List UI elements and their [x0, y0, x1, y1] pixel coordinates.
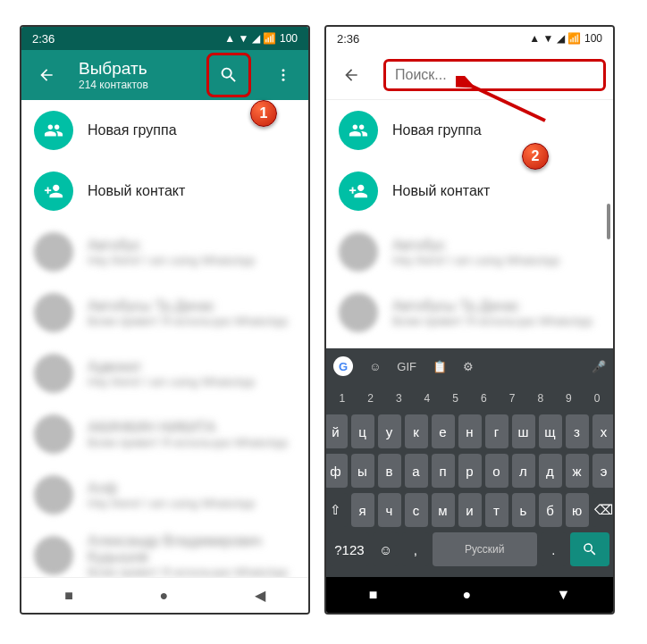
group-icon: [339, 111, 378, 150]
key-8[interactable]: 8: [528, 388, 553, 409]
search-input[interactable]: [383, 59, 606, 91]
key-п[interactable]: п: [432, 454, 455, 488]
key-1[interactable]: 1: [330, 388, 355, 409]
key-щ[interactable]: щ: [539, 414, 562, 448]
period-key[interactable]: .: [541, 532, 567, 566]
symbols-key[interactable]: ?123: [330, 532, 369, 566]
gif-button[interactable]: GIF: [397, 360, 416, 373]
back-button[interactable]: [29, 57, 64, 93]
key-м[interactable]: м: [432, 493, 455, 527]
contact-row[interactable]: Александр Владимирович КудышовВсем приве…: [21, 525, 308, 577]
key-и[interactable]: и: [458, 493, 482, 527]
key-ф[interactable]: ф: [324, 454, 348, 488]
svg-point-1: [282, 74, 285, 77]
key-й[interactable]: й: [324, 414, 348, 448]
menu-button[interactable]: [265, 57, 301, 93]
key-б[interactable]: б: [539, 493, 562, 527]
key-ы[interactable]: ы: [351, 454, 374, 488]
nav-keyboard-hide-icon[interactable]: ▼: [557, 587, 571, 603]
key-в[interactable]: в: [378, 454, 401, 488]
clipboard-icon[interactable]: 📋: [433, 360, 447, 373]
key-ц[interactable]: ц: [351, 414, 374, 448]
add-contact-icon: [34, 171, 73, 211]
comma-key[interactable]: ,: [402, 532, 428, 566]
key-д[interactable]: д: [539, 454, 562, 488]
mic-icon[interactable]: 🎤: [592, 360, 606, 373]
key-ж[interactable]: ж: [566, 454, 589, 488]
key-ю[interactable]: ю: [566, 493, 589, 527]
status-time: 2:36: [32, 32, 55, 46]
new-contact-row[interactable]: Новый контакт: [326, 161, 613, 222]
contact-list[interactable]: Новая группа Новый контакт АвтобусHey th…: [21, 100, 308, 577]
key-9[interactable]: 9: [557, 388, 582, 409]
key-0[interactable]: 0: [584, 388, 609, 409]
key-3[interactable]: 3: [386, 388, 411, 409]
key-с[interactable]: с: [405, 493, 428, 527]
key-7[interactable]: 7: [500, 388, 525, 409]
row-label: Новый контакт: [392, 183, 601, 199]
keyboard: G ☺ GIF 📋 ⚙ 🎤 1234567890 йцукенгшщзх фыв…: [326, 348, 613, 577]
contact-row[interactable]: АдвокатHey there! I am using WhatsApp: [21, 343, 308, 404]
new-contact-row[interactable]: Новый контакт: [21, 161, 308, 222]
back-button[interactable]: [333, 57, 369, 93]
key-2[interactable]: 2: [358, 388, 383, 409]
shift-key[interactable]: ⇧: [324, 493, 348, 527]
keyboard-row-3: ⇧ ячсмитьбю ⌫: [330, 493, 609, 527]
keyboard-num-row: 1234567890: [330, 388, 609, 409]
key-к[interactable]: к: [405, 414, 428, 448]
keyboard-row-4: ?123 ☺ , Русский .: [330, 532, 609, 566]
status-time: 2:36: [337, 32, 359, 46]
sticker-icon[interactable]: ☺: [369, 360, 381, 373]
space-key[interactable]: Русский: [433, 532, 537, 566]
nav-home-icon[interactable]: ●: [159, 588, 168, 604]
google-icon[interactable]: G: [333, 356, 353, 376]
keyboard-row-2: фывапролджэ: [330, 454, 609, 488]
contact-row[interactable]: АКИНКИН НИКИТАВсем привет! Я использую W…: [21, 404, 308, 464]
new-group-row[interactable]: Новая группа: [326, 100, 613, 161]
key-з[interactable]: з: [566, 414, 589, 448]
key-4[interactable]: 4: [415, 388, 440, 409]
key-ч[interactable]: ч: [378, 493, 401, 527]
settings-icon[interactable]: ⚙: [463, 360, 474, 373]
key-о[interactable]: о: [485, 454, 508, 488]
key-ш[interactable]: ш: [512, 414, 535, 448]
key-а[interactable]: а: [405, 454, 428, 488]
nav-recent-icon[interactable]: ■: [369, 587, 378, 603]
scroll-indicator: [607, 204, 610, 239]
avatar: [34, 414, 73, 454]
key-я[interactable]: я: [351, 493, 374, 527]
backspace-key[interactable]: ⌫: [592, 493, 616, 527]
nav-home-icon[interactable]: ●: [463, 587, 472, 603]
emoji-key[interactable]: ☺: [373, 532, 399, 566]
key-л[interactable]: л: [512, 454, 535, 488]
page-title: Выбрать: [79, 59, 192, 79]
contact-row[interactable]: Автобусы Тр.ДачасВсем привет! Я использу…: [326, 282, 613, 343]
key-г[interactable]: г: [485, 414, 508, 448]
contact-row[interactable]: АдвокатHey there! I am using WhatsApp: [326, 343, 613, 348]
key-р[interactable]: р: [458, 454, 482, 488]
key-5[interactable]: 5: [443, 388, 468, 409]
contact-row[interactable]: Автобусы Тр.ДачасВсем привет! Я использу…: [21, 282, 308, 343]
key-н[interactable]: н: [458, 414, 482, 448]
key-х[interactable]: х: [592, 414, 616, 448]
contact-row[interactable]: АвтобусHey there! I am using WhatsApp: [21, 222, 308, 282]
nav-recent-icon[interactable]: ■: [64, 588, 73, 604]
key-ь[interactable]: ь: [512, 493, 535, 527]
status-bar: 2:36 ▲ ▼ ◢ 📶 100: [326, 27, 613, 50]
key-э[interactable]: э: [592, 454, 616, 488]
avatar: [34, 475, 73, 514]
contact-list[interactable]: Новая группа Новый контакт АвтобусHey th…: [326, 100, 613, 348]
contact-row[interactable]: АвтобусHey there! I am using WhatsApp: [326, 222, 613, 282]
avatar: [339, 293, 378, 332]
key-т[interactable]: т: [485, 493, 508, 527]
key-у[interactable]: у: [378, 414, 401, 448]
search-key[interactable]: [570, 532, 609, 566]
keyboard-toolbar: G ☺ GIF 📋 ⚙ 🎤: [326, 348, 613, 384]
nav-back-icon[interactable]: ◀: [255, 587, 265, 604]
key-е[interactable]: е: [432, 414, 455, 448]
row-label: Новая группа: [392, 122, 601, 138]
key-6[interactable]: 6: [472, 388, 497, 409]
add-contact-icon: [339, 171, 378, 211]
search-button[interactable]: [211, 57, 247, 93]
contact-row[interactable]: АлфHey there! I am using WhatsApp: [21, 464, 308, 525]
